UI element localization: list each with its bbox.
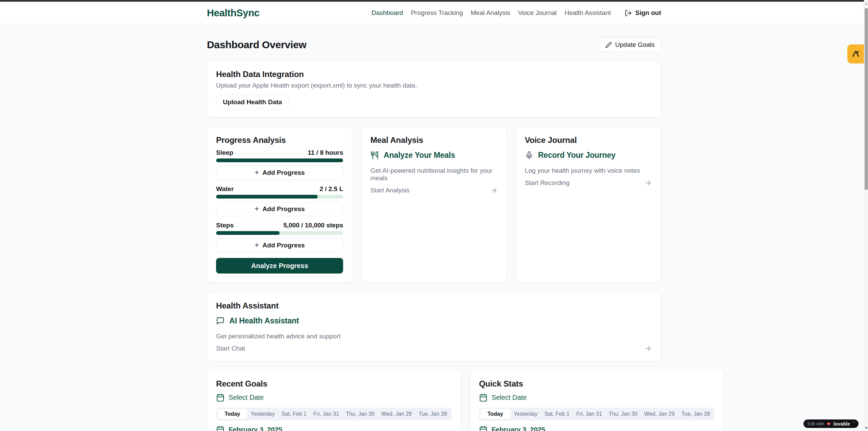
scroll-up-arrow[interactable]: ▲ [865, 2, 868, 5]
voice-journal-card: Voice Journal Record Your Journey Log yo… [516, 126, 661, 283]
integration-description: Upload your Apple Health export (export.… [216, 82, 652, 89]
goal-value: 2 / 2.5 L [320, 185, 343, 193]
meal-analysis-description: Get AI-powered nutritional insights for … [370, 167, 497, 182]
meal-analysis-title: Meal Analysis [370, 135, 497, 145]
nav-dashboard[interactable]: Dashboard [371, 9, 403, 17]
update-goals-button[interactable]: Update Goals [599, 38, 661, 52]
quick-stats-select-date[interactable]: Select Date [479, 393, 715, 402]
goal-value: 11 / 8 hours [308, 149, 343, 156]
quick-stats-date-tabs: TodayYesterdaySat, Feb 1Fri, Jan 31Thu, … [479, 408, 715, 420]
date-tab-yesterday[interactable]: Yesterday [510, 409, 541, 419]
start-recording-action[interactable]: Start Recording [525, 179, 652, 187]
start-chat-action[interactable]: Start Chat [216, 345, 652, 352]
scrollbar-thumb[interactable] [865, 8, 868, 190]
date-tab-today[interactable]: Today [217, 409, 247, 419]
health-assistant-card: Health Assistant AI Health Assistant Get… [207, 292, 661, 361]
start-analysis-action[interactable]: Start Analysis [370, 187, 497, 194]
ai-health-assistant-link[interactable]: AI Health Assistant [216, 316, 652, 325]
goal-value: 5,000 / 10,000 steps [283, 222, 343, 229]
health-assistant-title: Health Assistant [216, 301, 652, 311]
recent-goals-title: Recent Goals [216, 379, 452, 389]
nav-meal-analysis[interactable]: Meal Analysis [471, 9, 510, 17]
sleep-progress-bar [216, 158, 343, 162]
calendar-icon [216, 393, 225, 402]
date-tab-today[interactable]: Today [480, 409, 510, 419]
mic-icon [525, 151, 533, 160]
calendar-icon [479, 393, 488, 402]
add-progress-sleep-button[interactable]: + Add Progress [216, 166, 343, 180]
utensils-icon [370, 151, 379, 160]
quick-stats-selected-date[interactable]: February 3, 2025 [479, 426, 715, 431]
date-tab-thu-jan-30[interactable]: Thu, Jan 30 [342, 409, 378, 419]
recent-goals-date-tabs: TodayYesterdaySat, Feb 1Fri, Jan 31Thu, … [216, 408, 452, 420]
upload-health-data-button[interactable]: Upload Health Data [216, 95, 289, 109]
sign-out-label: Sign out [635, 9, 661, 17]
goal-label: Water [216, 185, 234, 193]
steps-progress-bar [216, 231, 343, 235]
health-data-integration-card: Health Data Integration Upload your Appl… [207, 61, 661, 118]
goal-steps: Steps 5,000 / 10,000 steps + Add Progres… [216, 222, 343, 252]
arrow-right-icon [644, 179, 652, 187]
log-out-icon [625, 10, 632, 17]
add-progress-steps-button[interactable]: + Add Progress [216, 238, 343, 252]
app-logo: HealthSync [207, 7, 260, 19]
arrow-right-icon [490, 187, 498, 194]
sign-out-button[interactable]: Sign out [625, 9, 661, 17]
add-progress-water-button[interactable]: + Add Progress [216, 202, 343, 216]
nav-progress-tracking[interactable]: Progress Tracking [411, 9, 463, 17]
scroll-down-arrow[interactable]: ▼ [865, 426, 868, 430]
lovable-label: lovable [833, 421, 850, 427]
progress-analysis-title: Progress Analysis [216, 135, 343, 145]
nav-voice-journal[interactable]: Voice Journal [518, 9, 557, 17]
analyze-progress-button[interactable]: Analyze Progress [216, 258, 343, 274]
plus-icon: + [254, 205, 259, 213]
plus-icon: + [254, 169, 259, 176]
goal-sleep: Sleep 11 / 8 hours + Add Progress [216, 149, 343, 180]
edit-with-label: Edit with [808, 421, 824, 426]
recent-goals-card: Recent Goals Select Date TodayYesterdayS… [207, 370, 461, 431]
goal-water: Water 2 / 2.5 L + Add Progress [216, 185, 343, 216]
pencil-icon [605, 42, 612, 48]
date-tab-sat-feb-1[interactable]: Sat, Feb 1 [541, 409, 573, 419]
date-tab-yesterday[interactable]: Yesterday [247, 409, 278, 419]
progress-analysis-card: Progress Analysis Sleep 11 / 8 hours + A… [207, 126, 352, 283]
date-tab-sat-feb-1[interactable]: Sat, Feb 1 [278, 409, 310, 419]
integration-title: Health Data Integration [216, 70, 652, 79]
quick-stats-title: Quick Stats [479, 379, 715, 389]
recent-goals-selected-date[interactable]: February 3, 2025 [216, 426, 452, 431]
date-tab-tue-jan-28[interactable]: Tue, Jan 28 [415, 409, 450, 419]
record-your-journey-link[interactable]: Record Your Journey [525, 151, 652, 160]
lovable-heart-icon [826, 421, 831, 426]
app-header: HealthSync Dashboard Progress Tracking M… [0, 2, 868, 24]
plus-icon: + [254, 241, 259, 249]
date-tab-wed-jan-29[interactable]: Wed, Jan 29 [378, 409, 415, 419]
quick-stats-card: Quick Stats Select Date TodayYesterdaySa… [470, 370, 724, 431]
date-tab-wed-jan-29[interactable]: Wed, Jan 29 [641, 409, 678, 419]
lovable-a-icon [851, 50, 860, 58]
voice-journal-title: Voice Journal [525, 135, 652, 145]
nav-health-assistant[interactable]: Health Assistant [565, 9, 611, 17]
main-nav: Dashboard Progress Tracking Meal Analysi… [371, 9, 661, 17]
date-tab-tue-jan-28[interactable]: Tue, Jan 28 [678, 409, 713, 419]
lovable-editor-badge[interactable] [847, 44, 864, 63]
edit-with-lovable-badge[interactable]: Edit with lovable × [803, 419, 858, 428]
goal-label: Steps [216, 222, 234, 229]
date-tab-fri-jan-31[interactable]: Fri, Jan 31 [310, 409, 342, 419]
voice-journal-description: Log your health journey with voice notes [525, 167, 652, 174]
date-tab-thu-jan-30[interactable]: Thu, Jan 30 [605, 409, 641, 419]
vertical-scrollbar[interactable]: ▲ ▼ [864, 0, 868, 431]
page-title: Dashboard Overview [207, 39, 306, 51]
close-icon[interactable]: × [853, 420, 855, 424]
meal-analysis-card: Meal Analysis Analyze Your Meals Get AI-… [361, 126, 507, 283]
arrow-right-icon [644, 345, 652, 352]
health-assistant-description: Get personalized health advice and suppo… [216, 333, 652, 340]
analyze-your-meals-link[interactable]: Analyze Your Meals [370, 151, 497, 160]
date-tab-fri-jan-31[interactable]: Fri, Jan 31 [573, 409, 605, 419]
recent-goals-select-date[interactable]: Select Date [216, 393, 452, 402]
water-progress-bar [216, 195, 343, 199]
calendar-icon [479, 426, 488, 431]
chat-icon [216, 317, 225, 325]
calendar-icon [216, 426, 225, 431]
goal-label: Sleep [216, 149, 233, 156]
